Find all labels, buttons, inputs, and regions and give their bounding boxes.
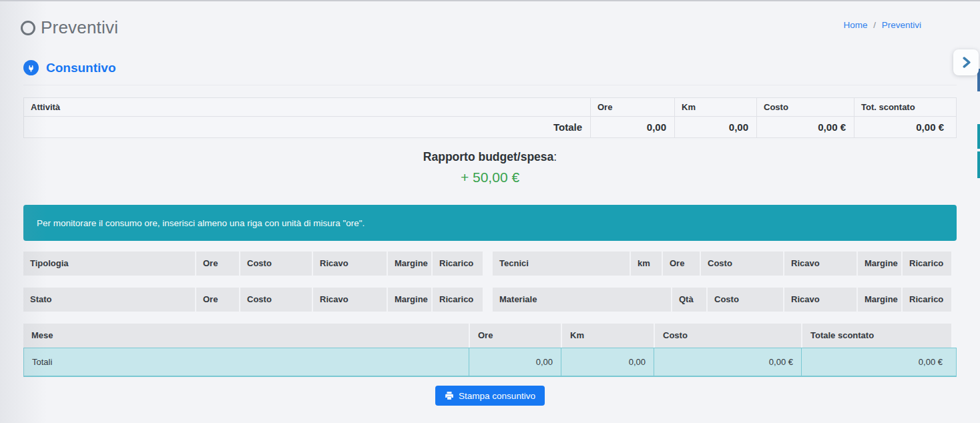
section-title: Consuntivo [46, 61, 116, 75]
window-top-border [0, 0, 980, 1]
month-col-ore: Ore [470, 324, 562, 348]
month-totals-km: 0,00 [561, 348, 654, 376]
budget-ratio-label-text: Rapporto budget/spesa [423, 150, 553, 163]
budget-ratio-colon: : [553, 150, 557, 163]
summary-row-2: Stato Ore Costo Ricavo Margine Ricarico … [23, 288, 957, 312]
tecnici-col-km: km [631, 252, 663, 276]
notice-text: Per monitorare il consumo ore, inserisci… [37, 218, 364, 228]
col-header-tot-scontato: Tot. scontato [854, 98, 952, 116]
materiale-col-materiale: Materiale [493, 288, 672, 312]
module-ring-icon [21, 21, 35, 35]
tecnici-col-ore: Ore [663, 252, 701, 276]
side-panel-toggle[interactable] [953, 49, 979, 75]
activity-table: Attività Ore Km Costo Tot. scontato Tota… [23, 97, 957, 138]
month-totals-row: Totali 0,00 0,00 0,00 € 0,00 € [23, 348, 957, 377]
tecnici-col-ricarico: Ricarico [903, 252, 951, 276]
tipologia-col-costo: Costo [240, 252, 313, 276]
tipologia-col-ricavo: Ricavo [313, 252, 388, 276]
breadcrumb-home-link[interactable]: Home [843, 20, 867, 30]
tecnici-col-tecnici: Tecnici [493, 252, 631, 276]
total-costo: 0,00 € [757, 117, 854, 137]
materiale-col-ricavo: Ricavo [784, 288, 858, 312]
month-col-costo: Costo [655, 324, 802, 348]
chevron-right-icon [961, 57, 971, 68]
materiale-col-ricarico: Ricarico [903, 288, 951, 312]
month-col-totale-scontato: Totale scontato [802, 324, 951, 348]
actions-row: Stampa consuntivo [0, 386, 980, 406]
stato-col-stato: Stato [23, 288, 196, 312]
tecnici-col-margine: Margine [858, 252, 903, 276]
printer-icon [445, 391, 454, 400]
tipologia-col-tipologia: Tipologia [23, 252, 196, 276]
materiale-col-qta: Qtà [672, 288, 708, 312]
heading-divider [23, 85, 957, 85]
breadcrumb-current-link[interactable]: Preventivi [882, 20, 921, 30]
materiale-col-margine: Margine [858, 288, 903, 312]
summary-row-1: Tipologia Ore Costo Ricavo Margine Ricar… [23, 252, 957, 276]
month-table-header: Mese Ore Km Costo Totale scontato [23, 324, 957, 348]
tipologia-col-ore: Ore [196, 252, 240, 276]
edge-bar-teal-1[interactable] [977, 124, 980, 149]
plug-icon [23, 60, 39, 75]
tipologia-col-ricarico: Ricarico [433, 252, 483, 276]
print-button-label: Stampa consuntivo [459, 391, 535, 401]
tecnici-col-costo: Costo [701, 252, 784, 276]
month-col-km: Km [562, 324, 655, 348]
materiale-table-header: Materiale Qtà Costo Ricavo Margine Ricar… [493, 288, 951, 312]
materiale-col-costo: Costo [708, 288, 784, 312]
edge-bar-teal-2[interactable] [977, 151, 980, 178]
tecnici-table-header: Tecnici km Ore Costo Ricavo Margine Rica… [493, 252, 951, 276]
total-tot-scontato: 0,00 € [854, 117, 952, 137]
stato-col-costo: Costo [240, 288, 313, 312]
stato-col-ore: Ore [196, 288, 240, 312]
stato-col-ricavo: Ricavo [313, 288, 388, 312]
month-totals-ore: 0,00 [469, 348, 561, 376]
stato-col-ricarico: Ricarico [433, 288, 483, 312]
page-title: Preventivi [41, 17, 118, 38]
stato-table-header: Stato Ore Costo Ricavo Margine Ricarico [23, 288, 483, 312]
breadcrumb-separator: / [873, 20, 876, 30]
col-header-ore: Ore [591, 98, 675, 116]
month-totals-label: Totali [24, 348, 469, 376]
budget-ratio-label: Rapporto budget/spesa: [0, 150, 980, 164]
tecnici-col-ricavo: Ricavo [784, 252, 858, 276]
print-consuntivo-button[interactable]: Stampa consuntivo [435, 386, 545, 406]
stato-col-margine: Margine [388, 288, 433, 312]
tipologia-table-header: Tipologia Ore Costo Ricavo Margine Ricar… [23, 252, 483, 276]
col-header-attivita: Attività [24, 98, 591, 116]
month-table: Mese Ore Km Costo Totale scontato Totali… [23, 324, 957, 377]
total-label: Totale [24, 117, 591, 137]
month-totals-totale-scontato: 0,00 € [802, 348, 951, 376]
total-ore: 0,00 [591, 117, 675, 137]
col-header-costo: Costo [757, 98, 854, 116]
activity-table-header: Attività Ore Km Costo Tot. scontato [24, 98, 956, 116]
tipologia-col-margine: Margine [388, 252, 433, 276]
month-col-mese: Mese [23, 324, 470, 348]
section-heading: Consuntivo [23, 60, 957, 75]
activity-total-row: Totale 0,00 0,00 0,00 € 0,00 € [24, 116, 956, 137]
budget-ratio-value: + 50,00 € [0, 169, 980, 185]
breadcrumb: Home / Preventivi [843, 20, 921, 30]
total-km: 0,00 [675, 117, 757, 137]
month-totals-costo: 0,00 € [654, 348, 802, 376]
notice-banner: Per monitorare il consumo ore, inserisci… [23, 205, 957, 241]
page-header: Preventivi [0, 0, 980, 38]
col-header-km: Km [675, 98, 757, 116]
budget-ratio: Rapporto budget/spesa: + 50,00 € [0, 150, 980, 185]
